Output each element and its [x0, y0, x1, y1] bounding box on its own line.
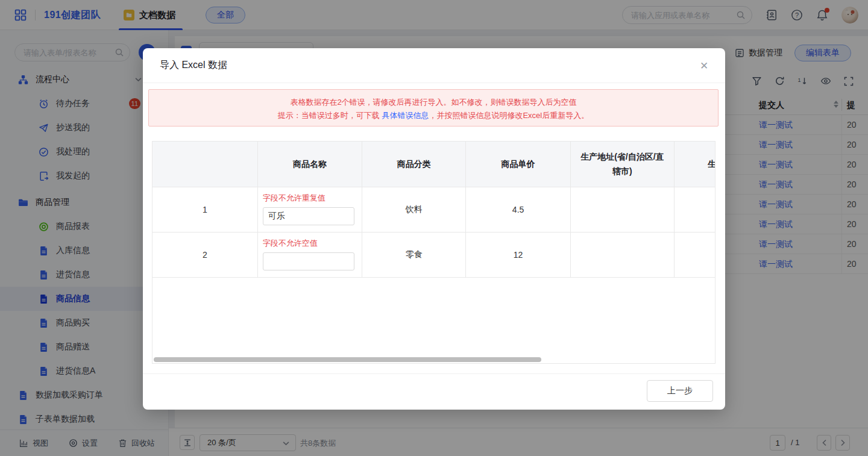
close-icon[interactable]: ✕: [697, 59, 711, 72]
app-screen: 191创建团队 文档数据 全部 ?: [0, 0, 868, 456]
previous-step-button[interactable]: 上一步: [647, 380, 713, 402]
error-banner-line1: 表格数据存在2个错误，请修改后再进行导入。如不修改，则错误数据导入后为空值: [149, 96, 718, 109]
import-excel-modal: 导入 Excel 数据 ✕ 表格数据存在2个错误，请修改后再进行导入。如不修改，…: [143, 48, 725, 410]
cell-address-2: [675, 232, 715, 277]
cell-error-label: 字段不允许重复值: [263, 193, 356, 204]
header-product-price: 商品单价: [466, 142, 570, 187]
row-index: 1: [153, 187, 257, 232]
cell-address: [570, 187, 674, 232]
row-index: 2: [153, 232, 257, 277]
cell-category: 饮料: [362, 187, 466, 232]
import-preview-table: 商品名称 商品分类 商品单价 生产地址(省/自治区/直辖市) 生产地 1 字段不…: [152, 141, 715, 364]
cell-error-label: 字段不允许空值: [263, 238, 356, 249]
header-product-name: 商品名称: [257, 142, 362, 187]
error-banner-line2: 提示：当错误过多时，可下载 具体错误信息，并按照错误信息说明修改Excel后重新…: [149, 109, 718, 122]
horizontal-scrollbar[interactable]: [154, 357, 541, 362]
product-name-input[interactable]: [263, 207, 354, 225]
header-index: [153, 142, 257, 187]
header-production-address-2: 生产地: [675, 142, 715, 187]
error-detail-link[interactable]: 具体错误信息: [382, 111, 429, 120]
cell-address-2: [675, 187, 715, 232]
header-product-category: 商品分类: [362, 142, 466, 187]
cell-address: [570, 232, 674, 277]
error-banner-line2-prefix: 提示：当错误过多时，可下载: [278, 111, 382, 120]
import-table-row: 1 字段不允许重复值 饮料 4.5: [153, 187, 715, 232]
header-production-address: 生产地址(省/自治区/直辖市): [570, 142, 674, 187]
modal-footer-divider: [143, 373, 725, 374]
error-banner: 表格数据存在2个错误，请修改后再进行导入。如不修改，则错误数据导入后为空值 提示…: [148, 89, 719, 126]
cell-price: 4.5: [466, 187, 570, 232]
error-banner-line2-suffix: ，并按照错误信息说明修改Excel后重新导入。: [429, 111, 589, 120]
modal-title: 导入 Excel 数据: [160, 59, 227, 72]
modal-header: 导入 Excel 数据 ✕: [143, 48, 725, 83]
import-table-row: 2 字段不允许空值 零食 12: [153, 232, 715, 277]
cell-category: 零食: [362, 232, 466, 277]
product-name-input[interactable]: [263, 252, 354, 270]
import-table-header-row: 商品名称 商品分类 商品单价 生产地址(省/自治区/直辖市) 生产地: [153, 142, 715, 187]
cell-price: 12: [466, 232, 570, 277]
